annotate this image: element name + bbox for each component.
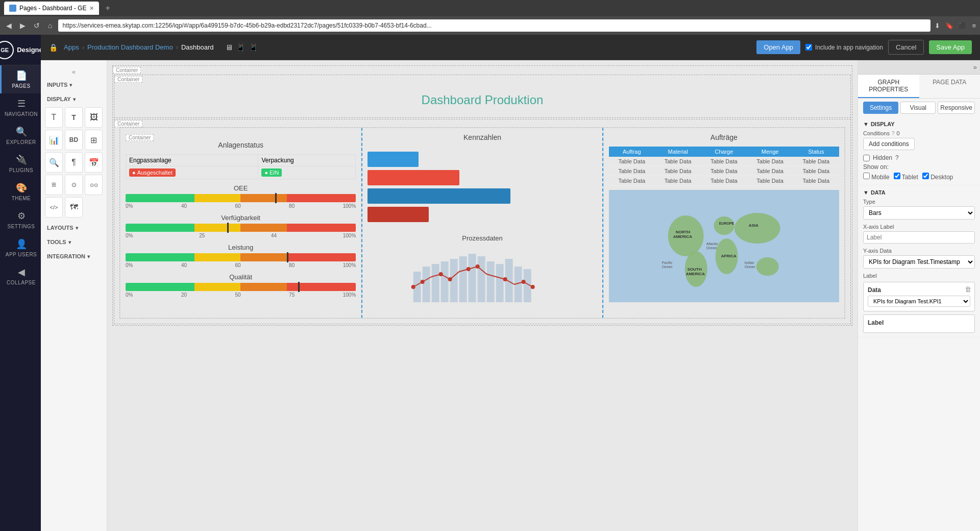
sidebar-item-settings[interactable]: ⚙ SETTINGS [0,206,41,234]
show-on-row: Show on: [863,163,975,171]
sidebar-item-theme[interactable]: 🎨 THEME [0,178,41,206]
hidden-checkbox[interactable] [863,155,870,161]
inputs-header[interactable]: INPUTS ▾ [41,79,107,91]
inner-container-1-label: Container [114,76,142,83]
forward-button[interactable]: ▶ [18,20,28,31]
element-toggle2[interactable]: ⊙⊙ [85,175,103,195]
sidebar-item-collapse[interactable]: ◀ COLLAPSE [0,262,41,290]
col2-title: Kennzahlen [368,133,597,141]
hidden-row: Hidden ? [863,154,975,161]
verfugbarkeit-scale: 0%2544100% [126,233,356,238]
element-grid-el[interactable]: ⊞ [85,130,103,150]
label-box: Label [863,315,975,333]
tab-close-button[interactable]: ✕ [89,5,94,12]
leistung-label: Leistung [126,244,356,251]
element-chart[interactable]: 📊 [45,130,63,150]
mobile-checkbox[interactable] [863,173,870,179]
label-label: Label [863,273,975,279]
browser-tab[interactable]: Pages - Dashboard - GE ✕ [4,2,99,15]
svg-point-20 [522,280,526,284]
breadcrumb-apps-link[interactable]: Apps [64,43,79,51]
integration-header[interactable]: INTEGRATION ▾ [41,250,107,262]
save-app-button[interactable]: Save App [929,40,972,54]
xaxis-input[interactable] [863,231,975,244]
cancel-button[interactable]: Cancel [888,40,924,55]
breadcrumb-app-link[interactable]: Production Dashboard Demo [87,43,173,51]
type-select[interactable]: Bars [863,206,975,220]
address-bar[interactable] [58,19,930,32]
prozess-chart [368,246,597,312]
desktop-icon[interactable]: 🖥 [225,43,233,52]
sidebar-item-appusers[interactable]: 👤 APP USERS [0,234,41,262]
sub-tab-settings[interactable]: Settings [863,102,898,114]
svg-point-13 [411,285,415,289]
new-tab-button[interactable]: + [105,4,110,13]
outer-container-label: Container [113,67,141,74]
svg-rect-2 [432,264,439,302]
home-button[interactable]: ⌂ [46,20,54,31]
status-ausgeschaltet: ● Ausgeschaltet [129,168,176,177]
data-box-select[interactable]: KPIs for Diagram Test.KPI1 [868,296,970,307]
sidebar-item-plugins[interactable]: 🔌 PLUGINS [0,150,41,178]
element-image[interactable]: 🖼 [85,107,103,128]
element-bd[interactable]: BD [65,130,83,150]
inner-container-1: Container Dashboard Produktion [114,75,851,118]
search-el-icon: 🔍 [49,158,59,167]
back-button[interactable]: ◀ [4,20,14,31]
theme-icon: 🎨 [16,182,27,194]
open-app-button[interactable]: Open App [756,40,800,54]
desktop-checkbox[interactable] [922,173,929,179]
tab-page-data[interactable]: PAGE DATA [919,75,981,98]
cal-icon: 📅 [89,158,99,167]
leistung-marker [287,252,288,262]
verfugbarkeit-bar [126,224,356,232]
sidebar-item-explorer[interactable]: 🔍 EXPLORER [0,122,41,150]
table-row: Table DataTable DataTable DataTable Data… [609,157,839,166]
tablet-checkbox[interactable] [894,173,900,179]
svg-point-27 [756,257,778,276]
svg-text:Atlantic: Atlantic [706,242,718,246]
tablet-icon[interactable]: 📱 [236,43,246,52]
expand-right-icon[interactable]: » [973,63,977,71]
display-header[interactable]: DISPLAY ▾ [41,93,107,105]
pages-label: PAGES [12,83,30,89]
element-search[interactable]: 🔍 [45,152,63,173]
layouts-label: LAYOUTS [47,225,74,231]
svg-rect-8 [487,261,495,302]
element-toggle[interactable]: ⊙ [65,175,83,195]
tools-header[interactable]: TOOLS ▾ [41,236,107,248]
qualitat-label: Qualität [126,273,356,281]
delete-data-icon[interactable]: 🗑 [965,285,971,293]
element-code[interactable]: </> [45,197,63,218]
sub-tab-visual[interactable]: Visual [900,102,936,114]
display-section: DISPLAY ▾ T T 🖼 📊 BD ⊞ 🔍 ¶ 📅 ≡ [41,93,107,220]
svg-rect-9 [496,264,504,302]
sidebar-item-pages[interactable]: 📄 PAGES [0,65,41,93]
element-list[interactable]: ≡ [45,175,63,195]
col-kennzahlen: Kennzahlen [361,128,603,318]
panel-collapse-left[interactable]: « [69,66,79,77]
svg-text:ASIA: ASIA [748,223,758,228]
include-nav-checkbox[interactable] [805,44,812,51]
element-map[interactable]: 🗺 [65,197,83,218]
desktop-check-label: Desktop [922,173,953,181]
sub-tab-responsive[interactable]: Responsive [938,102,975,114]
svg-rect-7 [478,256,485,302]
canvas-area[interactable]: Container Container Dashboard Produktion… [107,60,857,531]
add-conditions-button[interactable]: Add conditions [863,138,915,150]
col-auftrage: Aufträge Auftrag Material Charge Menge [603,128,845,318]
element-text[interactable]: T [45,107,63,128]
reload-button[interactable]: ↺ [32,20,42,31]
sidebar-item-navigation[interactable]: ☰ NAVIGATION [0,93,41,122]
yaxis-select[interactable]: KPIs for Diagram Test.Timestamp [863,255,975,269]
element-heading[interactable]: T [65,107,83,128]
lock-icon: 🔒 [49,43,58,52]
element-paragraph[interactable]: ¶ [65,152,83,173]
tab-graph-properties[interactable]: GRAPH PROPERTIES [858,75,919,98]
layouts-header[interactable]: LAYOUTS ▾ [41,222,107,234]
device-icons: 🖥 📱 📱 [225,43,258,52]
bar-row-3 [368,188,597,204]
mobile-icon[interactable]: 📱 [249,43,258,52]
inner-container-2-label: Container [114,120,142,127]
element-calendar[interactable]: 📅 [85,152,103,173]
